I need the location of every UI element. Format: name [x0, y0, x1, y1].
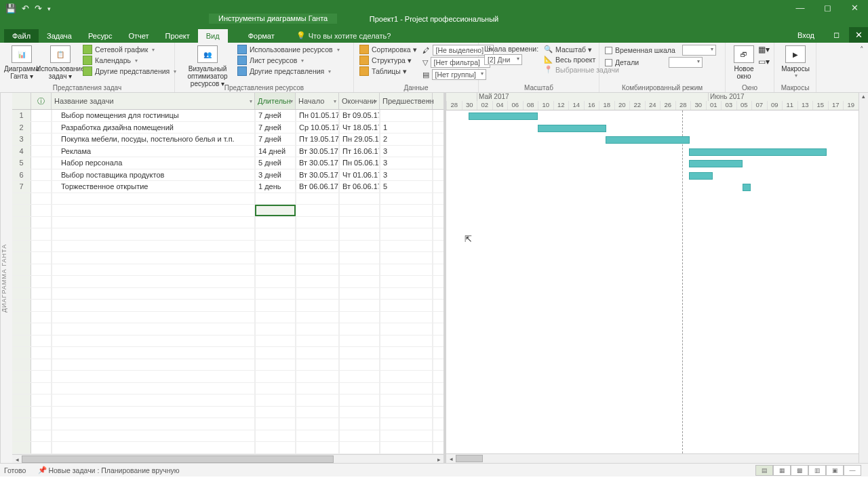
cell-info[interactable] [31, 371, 52, 382]
cell-duration[interactable] [255, 300, 296, 311]
cell-info[interactable] [31, 430, 52, 442]
cell-finish[interactable] [339, 264, 380, 276]
cell-info[interactable] [31, 359, 52, 371]
cell-pred[interactable] [380, 276, 433, 287]
table-row[interactable] [12, 193, 443, 205]
table-row[interactable] [12, 241, 443, 253]
timeline-checkbox[interactable]: Временная шкала [604, 45, 721, 56]
cell-pred[interactable] [380, 110, 433, 121]
gantt-bar[interactable] [469, 113, 538, 120]
cell-duration[interactable] [255, 228, 296, 240]
tab-file[interactable]: Файл [4, 29, 39, 43]
cell-finish[interactable] [339, 371, 380, 382]
cell-start[interactable] [296, 300, 339, 311]
gantt-bar[interactable] [689, 172, 713, 180]
table-row[interactable] [12, 312, 443, 324]
cell-start[interactable] [296, 442, 339, 453]
timescale-combo[interactable]: [2] Дни [483, 54, 540, 65]
cell-info[interactable] [31, 228, 52, 240]
cell-start[interactable] [296, 418, 339, 430]
cell-start[interactable] [296, 430, 339, 442]
cell-pred[interactable]: 3 [380, 169, 433, 181]
cell-start[interactable] [296, 217, 339, 228]
cell-name[interactable] [52, 252, 255, 264]
tab-resource[interactable]: Ресурс [80, 29, 120, 43]
row-number[interactable]: 4 [12, 146, 31, 157]
table-row[interactable] [12, 228, 443, 241]
row-number[interactable] [12, 312, 31, 323]
cell-name[interactable] [52, 264, 255, 276]
cell-start[interactable]: Вт 30.05.17 [296, 169, 339, 181]
selected-cell[interactable] [255, 205, 296, 216]
view-more-icon[interactable]: — [844, 465, 861, 476]
cell-info[interactable] [31, 134, 52, 145]
cell-pred[interactable]: 2 [380, 134, 433, 145]
cell-duration[interactable] [255, 264, 296, 276]
table-row[interactable] [12, 347, 443, 359]
cell-finish[interactable]: Чт 01.06.17 [339, 169, 380, 181]
gantt-bar[interactable] [743, 184, 751, 191]
row-number[interactable] [12, 228, 31, 240]
tab-project[interactable]: Проект [157, 29, 198, 43]
resource-usage-button[interactable]: Использование ресурсов▾ [236, 45, 341, 54]
cell-info[interactable] [31, 217, 52, 228]
cell-info[interactable] [31, 169, 52, 181]
arrange-icon[interactable]: ▦▾ [758, 45, 770, 54]
row-number[interactable] [12, 217, 31, 228]
chart-body[interactable] [446, 110, 868, 453]
cell-start[interactable] [296, 276, 339, 287]
cell-duration[interactable] [255, 418, 296, 430]
undo-icon[interactable]: ↶ [22, 3, 29, 14]
cell-name[interactable]: Реклама [52, 146, 255, 157]
cell-duration[interactable] [255, 312, 296, 323]
cell-start[interactable] [296, 288, 339, 300]
cell-finish[interactable] [339, 383, 380, 394]
table-row[interactable] [12, 264, 443, 277]
view-usage-icon[interactable]: ▦ [773, 465, 791, 476]
col-info[interactable]: ⓘ [31, 93, 52, 109]
row-number[interactable]: 3 [12, 134, 31, 145]
cell-start[interactable] [296, 228, 339, 240]
cell-pred[interactable] [380, 228, 433, 240]
view-gantt-icon[interactable]: ▤ [755, 465, 773, 476]
cell-name[interactable]: Торжественное открытие [52, 181, 255, 192]
cell-pred[interactable] [380, 383, 433, 394]
gantt-bar[interactable] [538, 125, 606, 132]
row-number[interactable] [12, 383, 31, 394]
cell-info[interactable] [31, 205, 52, 216]
row-number[interactable]: 7 [12, 181, 31, 192]
cell-start[interactable]: Вт 06.06.17 [296, 181, 339, 192]
table-row[interactable] [12, 205, 443, 217]
table-row[interactable] [12, 217, 443, 229]
cell-pred[interactable] [380, 359, 433, 371]
cell-finish[interactable]: Вт 09.05.17 [339, 110, 380, 121]
cell-info[interactable] [31, 157, 52, 169]
close-icon[interactable]: ✕ [841, 0, 868, 16]
cell-pred[interactable] [380, 336, 433, 347]
row-number[interactable] [12, 371, 31, 382]
chart-hscroll[interactable]: ◂ ▸ [446, 453, 868, 463]
cell-start[interactable] [296, 336, 339, 347]
cell-duration[interactable] [255, 359, 296, 371]
cell-finish[interactable] [339, 312, 380, 323]
col-duration[interactable]: Длительн▾ [255, 93, 296, 109]
table-row[interactable] [12, 430, 443, 443]
calendar-button[interactable]: Календарь▾ [81, 56, 178, 65]
cell-pred[interactable] [380, 394, 433, 406]
cell-info[interactable] [31, 312, 52, 323]
table-row[interactable]: 6 Выбор поставщика продуктов 3 дней Вт 3… [12, 169, 443, 182]
minimize-icon[interactable]: — [787, 0, 814, 16]
cell-start[interactable] [296, 323, 339, 335]
cell-pred[interactable]: 5 [380, 181, 433, 192]
cell-duration[interactable] [255, 323, 296, 335]
tab-view[interactable]: Вид [198, 29, 228, 43]
cell-duration[interactable]: 7 дней [255, 134, 296, 145]
cell-name[interactable] [52, 336, 255, 347]
cell-info[interactable] [31, 241, 52, 252]
view-calendar-icon[interactable]: ▥ [808, 465, 826, 476]
cell-pred[interactable] [380, 347, 433, 359]
cell-name[interactable] [52, 276, 255, 287]
col-predecessors[interactable]: Предшественн▾ [380, 93, 433, 109]
col-name[interactable]: Название задачи▾ [52, 93, 255, 109]
table-row[interactable] [12, 371, 443, 383]
